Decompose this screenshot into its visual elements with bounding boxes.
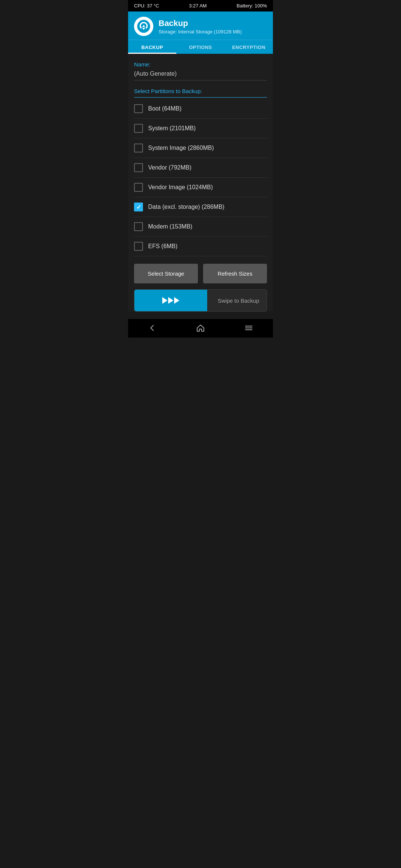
partitions-label: Select Partitions to Backup:	[134, 88, 267, 98]
partitions-section: Select Partitions to Backup: Boot (64MB)…	[134, 88, 267, 256]
list-item[interactable]: Vendor Image (1024MB)	[134, 178, 267, 197]
cpu-status: CPU: 37 °C	[134, 3, 159, 9]
app-logo	[134, 17, 153, 36]
tabs-bar: BACKUP OPTIONS ENCRYPTION	[128, 40, 273, 54]
partition-name-efs: EFS (6MB)	[148, 243, 177, 250]
partition-list: Boot (64MB) System (2101MB) System Image…	[134, 99, 267, 256]
partition-name-vendor-image: Vendor Image (1024MB)	[148, 184, 213, 191]
checkbox-boot[interactable]	[134, 104, 143, 113]
partition-name-system: System (2101MB)	[148, 125, 196, 132]
list-item[interactable]: Modem (153MB)	[134, 217, 267, 237]
nav-home-button[interactable]	[196, 323, 205, 332]
checkbox-system-image[interactable]	[134, 144, 143, 152]
tab-encryption[interactable]: ENCRYPTION	[225, 40, 273, 54]
partition-name-boot: Boot (64MB)	[148, 105, 182, 112]
partition-name-system-image: System Image (2860MB)	[148, 145, 214, 151]
app-header: Backup Storage: Internal Storage (109128…	[128, 11, 273, 40]
swipe-fill	[134, 290, 207, 311]
status-bar: CPU: 37 °C 3:27 AM Battery: 100%	[128, 0, 273, 11]
partition-name-data: Data (excl. storage) (286MB)	[148, 204, 224, 210]
checkbox-system[interactable]	[134, 124, 143, 133]
nav-back-button[interactable]	[148, 323, 157, 332]
refresh-sizes-button[interactable]: Refresh Sizes	[203, 264, 267, 283]
checkbox-data[interactable]	[134, 203, 143, 211]
arrow-icon-2	[168, 297, 173, 304]
nav-bar	[128, 319, 273, 338]
button-row: Select Storage Refresh Sizes	[134, 256, 267, 289]
list-item[interactable]: Vendor (792MB)	[134, 158, 267, 178]
swipe-text: Swipe to Backup	[214, 297, 259, 304]
arrow-icon-3	[174, 297, 179, 304]
list-item[interactable]: EFS (6MB)	[134, 237, 267, 256]
main-content: Name: (Auto Generate) Select Partitions …	[128, 54, 273, 312]
name-section: Name: (Auto Generate)	[134, 61, 267, 80]
tab-backup[interactable]: BACKUP	[128, 40, 176, 54]
time-status: 3:27 AM	[189, 3, 207, 9]
partition-name-modem: Modem (153MB)	[148, 223, 192, 230]
app-title: Backup	[159, 19, 242, 28]
checkbox-vendor-image[interactable]	[134, 183, 143, 192]
list-item[interactable]: Data (excl. storage) (286MB)	[134, 197, 267, 217]
partition-name-vendor: Vendor (792MB)	[148, 164, 192, 171]
swipe-to-backup[interactable]: Swipe to Backup	[134, 289, 267, 312]
name-value[interactable]: (Auto Generate)	[134, 70, 267, 80]
checkbox-modem[interactable]	[134, 222, 143, 231]
list-item[interactable]: Boot (64MB)	[134, 99, 267, 119]
name-label: Name:	[134, 61, 267, 68]
checkbox-efs[interactable]	[134, 242, 143, 251]
nav-menu-button[interactable]	[244, 323, 253, 332]
battery-status: Battery: 100%	[237, 3, 267, 9]
swipe-arrows-icon	[162, 297, 179, 304]
app-title-block: Backup Storage: Internal Storage (109128…	[159, 19, 242, 34]
list-item[interactable]: System Image (2860MB)	[134, 138, 267, 158]
list-item[interactable]: System (2101MB)	[134, 119, 267, 138]
checkbox-vendor[interactable]	[134, 163, 143, 172]
app-subtitle: Storage: Internal Storage (109128 MB)	[159, 29, 242, 34]
select-storage-button[interactable]: Select Storage	[134, 264, 198, 283]
arrow-icon-1	[162, 297, 167, 304]
tab-options[interactable]: OPTIONS	[176, 40, 225, 54]
